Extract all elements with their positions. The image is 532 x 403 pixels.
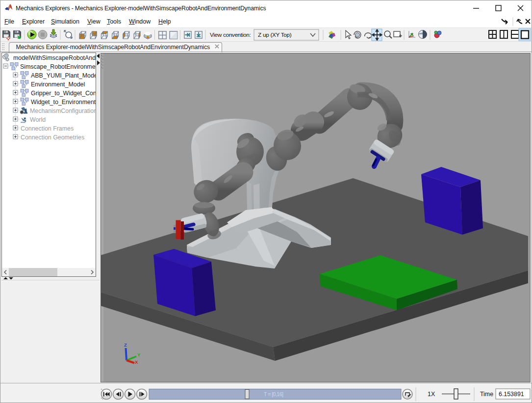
svg-text:1X: 1X <box>428 391 435 398</box>
svg-text:View convention:: View convention: <box>210 31 251 38</box>
svg-text:Z: Z <box>124 342 127 348</box>
svg-text:Gripper_to_Widget_Contac: Gripper_to_Widget_Contac <box>31 90 96 97</box>
svg-text:ABB_YUMI_Plant_Model: ABB_YUMI_Plant_Model <box>31 72 96 79</box>
svg-text:Environment_Model: Environment_Model <box>31 81 85 88</box>
svg-text:T = [0,16]: T = [0,16] <box>264 391 283 397</box>
svg-text:modelWithSimscapeRobotAndEn: modelWithSimscapeRobotAndEn <box>13 54 96 61</box>
svg-text:Z up (XY Top): Z up (XY Top) <box>258 31 292 38</box>
svg-text:World: World <box>30 116 46 123</box>
svg-text:Simscape_RobotEnvironment: Simscape_RobotEnvironment <box>20 63 96 70</box>
svg-text:Connection Geometries: Connection Geometries <box>21 134 84 141</box>
svg-text:Y: Y <box>137 352 141 357</box>
svg-text:6.153891: 6.153891 <box>499 391 524 398</box>
svg-text:Widget_to_Environment_: Widget_to_Environment_ <box>31 99 96 106</box>
svg-text:Connection Frames: Connection Frames <box>21 125 74 132</box>
svg-text:Time: Time <box>480 391 493 398</box>
svg-text:MechanismConfiguration: MechanismConfiguration <box>30 107 96 114</box>
svg-text:X: X <box>135 359 138 365</box>
